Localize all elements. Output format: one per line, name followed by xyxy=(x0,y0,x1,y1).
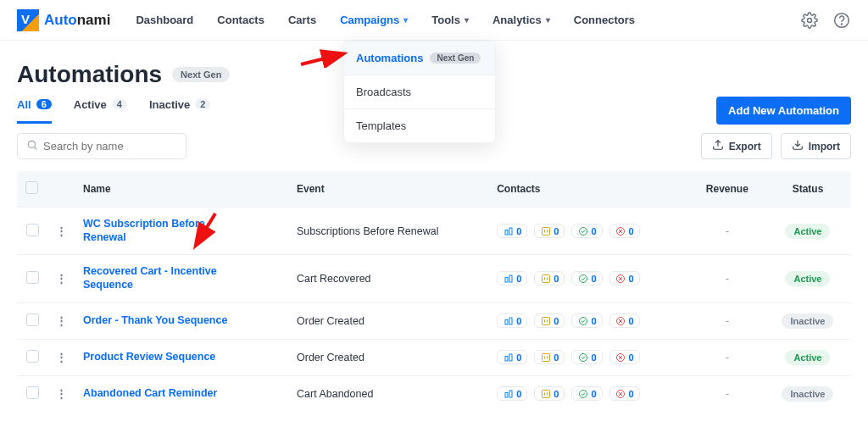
kebab-icon[interactable]: ⋮ xyxy=(56,225,66,237)
tab-count: 6 xyxy=(36,99,52,109)
svg-rect-19 xyxy=(509,275,512,282)
event-text: Order Created xyxy=(288,339,488,375)
chevron-down-icon: ▾ xyxy=(465,15,469,25)
dropdown-item-templates[interactable]: Templates xyxy=(344,108,495,142)
event-text: Cart Recovered xyxy=(288,255,488,302)
stat-chip-enter[interactable]: 0 xyxy=(497,313,527,328)
nav-item-analytics[interactable]: Analytics▾ xyxy=(492,14,550,26)
export-button[interactable]: Export xyxy=(701,133,772,159)
automation-name-link[interactable]: Recovered Cart - Incentive Sequence xyxy=(83,265,236,291)
stat-chip-complete[interactable]: 0 xyxy=(571,271,602,286)
kebab-icon[interactable]: ⋮ xyxy=(56,315,66,327)
stat-chip-pause[interactable]: 0 xyxy=(534,224,565,238)
primary-nav: DashboardContactsCartsCampaigns▾Tools▾An… xyxy=(136,14,635,26)
kebab-icon[interactable]: ⋮ xyxy=(56,352,66,363)
automation-name-link[interactable]: WC Subscription Before Renewal xyxy=(83,218,236,244)
stat-chip-complete[interactable]: 0 xyxy=(571,224,602,238)
stat-chip-cancel[interactable]: 0 xyxy=(609,350,640,364)
automations-table: Name Event Contacts Revenue Status ⋮WC S… xyxy=(17,171,851,412)
row-checkbox[interactable] xyxy=(26,386,39,399)
svg-point-23 xyxy=(579,274,587,282)
stat-cancel-icon xyxy=(615,225,626,236)
revenue-cell: - xyxy=(690,375,765,412)
stat-complete-icon xyxy=(577,225,588,236)
stat-enter-icon xyxy=(503,352,514,363)
topbar: Autonami DashboardContactsCartsCampaigns… xyxy=(0,0,868,41)
select-all-checkbox[interactable] xyxy=(25,181,38,194)
svg-rect-11 xyxy=(542,227,549,235)
stat-chip-complete[interactable]: 0 xyxy=(571,386,602,401)
column-revenue: Revenue xyxy=(690,171,765,208)
automation-name-link[interactable]: Abandoned Cart Reminder xyxy=(83,387,217,401)
stat-pause-icon xyxy=(540,388,551,399)
row-checkbox[interactable] xyxy=(26,271,39,284)
chevron-down-icon: ▾ xyxy=(546,15,550,25)
status-badge: Inactive xyxy=(782,386,833,402)
svg-rect-38 xyxy=(542,353,549,361)
revenue-cell: - xyxy=(690,208,765,255)
nav-item-carts[interactable]: Carts xyxy=(288,14,316,26)
page-title: Automations xyxy=(17,61,162,88)
table-row: ⋮Recovered Cart - Incentive SequenceCart… xyxy=(17,255,851,302)
stat-chip-complete[interactable]: 0 xyxy=(571,313,602,328)
chevron-down-icon: ▾ xyxy=(403,15,408,25)
brand-name: Autonami xyxy=(44,12,110,29)
row-checkbox[interactable] xyxy=(26,313,39,326)
svg-rect-9 xyxy=(505,230,508,235)
stat-cancel-icon xyxy=(615,273,626,284)
stat-chip-complete[interactable]: 0 xyxy=(571,350,602,364)
next-gen-badge: Next Gen xyxy=(430,53,481,64)
add-automation-button[interactable]: Add New Automation xyxy=(716,97,851,125)
svg-point-2 xyxy=(842,24,843,25)
search-input[interactable] xyxy=(43,140,186,152)
stat-chip-cancel[interactable]: 0 xyxy=(609,386,640,401)
tab-all[interactable]: All6 xyxy=(17,98,52,124)
table-row: ⋮WC Subscription Before RenewalSubscript… xyxy=(17,208,851,255)
dropdown-item-automations[interactable]: AutomationsNext Gen xyxy=(344,42,495,75)
nav-item-dashboard[interactable]: Dashboard xyxy=(136,14,193,26)
svg-rect-37 xyxy=(509,354,512,361)
event-text: Cart Abandoned xyxy=(288,375,488,412)
stat-chip-enter[interactable]: 0 xyxy=(497,271,527,286)
status-badge: Inactive xyxy=(782,313,833,329)
stat-chip-enter[interactable]: 0 xyxy=(497,386,527,401)
nav-item-tools[interactable]: Tools▾ xyxy=(431,14,469,26)
export-icon xyxy=(712,139,724,153)
nav-item-contacts[interactable]: Contacts xyxy=(217,14,264,26)
gear-icon[interactable] xyxy=(800,11,819,30)
tab-inactive[interactable]: Inactive2 xyxy=(149,98,211,124)
svg-rect-28 xyxy=(509,318,512,324)
stat-complete-icon xyxy=(577,273,588,284)
page-title-badge: Next Gen xyxy=(172,67,230,82)
revenue-cell: - xyxy=(690,255,765,302)
stat-pause-icon xyxy=(540,315,551,326)
import-button[interactable]: Import xyxy=(781,133,851,159)
kebab-icon[interactable]: ⋮ xyxy=(56,273,66,285)
stat-complete-icon xyxy=(577,388,588,399)
svg-rect-10 xyxy=(509,228,512,235)
help-icon[interactable] xyxy=(832,11,851,30)
svg-point-41 xyxy=(579,353,587,361)
dropdown-item-broadcasts[interactable]: Broadcasts xyxy=(344,75,495,108)
stat-chip-pause[interactable]: 0 xyxy=(534,313,565,328)
stat-chip-enter[interactable]: 0 xyxy=(497,224,527,238)
row-checkbox[interactable] xyxy=(26,224,39,236)
stat-chip-pause[interactable]: 0 xyxy=(534,386,565,401)
stat-chip-pause[interactable]: 0 xyxy=(534,271,565,286)
svg-point-32 xyxy=(579,317,587,324)
stat-chip-enter[interactable]: 0 xyxy=(497,350,527,364)
automation-name-link[interactable]: Product Review Sequence xyxy=(83,351,215,364)
row-checkbox[interactable] xyxy=(26,350,39,363)
kebab-icon[interactable]: ⋮ xyxy=(56,388,66,400)
nav-item-connectors[interactable]: Connectors xyxy=(574,14,635,26)
stat-chip-cancel[interactable]: 0 xyxy=(609,313,640,328)
tab-active[interactable]: Active4 xyxy=(74,98,127,124)
stat-chip-pause[interactable]: 0 xyxy=(534,350,565,364)
stat-chip-cancel[interactable]: 0 xyxy=(609,271,640,286)
stat-chip-cancel[interactable]: 0 xyxy=(609,224,640,238)
nav-item-campaigns[interactable]: Campaigns▾ xyxy=(340,14,408,26)
logo-mark-icon xyxy=(17,9,39,31)
search-wrap[interactable] xyxy=(17,133,186,159)
brand-logo[interactable]: Autonami xyxy=(17,9,110,31)
automation-name-link[interactable]: Order - Thank You Sequence xyxy=(83,314,227,328)
